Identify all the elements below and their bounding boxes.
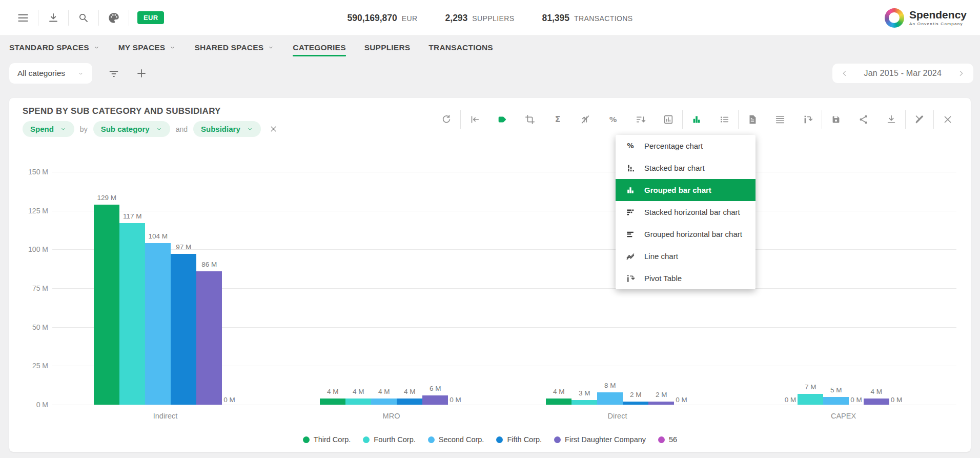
menu-item-label: Grouped horizontal bar chart [644, 230, 742, 238]
no-sort-button[interactable] [571, 109, 599, 130]
bar[interactable]: 6 M [422, 395, 448, 405]
chevron-down-icon [268, 44, 274, 51]
menu-item-percentage-chart[interactable]: %Percentage chart [616, 135, 756, 157]
chevron-down-icon [77, 70, 84, 77]
rows-button[interactable] [766, 109, 794, 130]
bar-chart-button[interactable] [683, 109, 710, 130]
dimension2-pill[interactable]: Subsidiary [193, 121, 261, 137]
bar[interactable]: 4 M [345, 399, 371, 405]
bar[interactable]: 4 M [546, 399, 571, 405]
note-button[interactable] [739, 109, 766, 130]
crop-button[interactable] [516, 109, 544, 130]
bar[interactable]: 8 M [597, 392, 623, 405]
menu-item-line-chart[interactable]: Line chart [616, 245, 756, 267]
legend-item[interactable]: Fifth Corp. [496, 435, 542, 444]
tab-standard-spaces[interactable]: STANDARD SPACES [9, 36, 100, 59]
and-label: and [176, 125, 188, 133]
bar[interactable]: 0 M [849, 395, 864, 405]
menu-button[interactable] [8, 7, 38, 29]
chart-box-button[interactable] [655, 109, 682, 130]
bar[interactable]: 5 M [823, 397, 849, 405]
menu-item-grouped-horizontal-bar-chart[interactable]: Grouped horizontal bar chart [616, 223, 756, 245]
svg-text:%: % [609, 115, 617, 124]
logo-ring-icon [885, 8, 904, 28]
legend-item[interactable]: Second Corp. [428, 435, 484, 444]
by-label: by [80, 125, 88, 133]
save-button[interactable] [822, 109, 850, 130]
chevron-down-icon [93, 44, 100, 51]
date-range-picker[interactable]: Jan 2015 - Mar 2024 [832, 64, 973, 83]
bar[interactable]: 4 M [371, 399, 397, 405]
remove-dimension-button[interactable] [269, 125, 278, 133]
x-axis-category-label: CAPEX [730, 412, 956, 420]
menu-item-stacked-bar-chart[interactable]: Stacked bar chart [616, 157, 756, 179]
tab-my-spaces[interactable]: MY SPACES [118, 36, 176, 59]
legend-item[interactable]: 56 [658, 435, 677, 444]
close-icon [942, 114, 953, 125]
add-filter-button[interactable] [135, 67, 148, 79]
legend-dot-icon [363, 436, 370, 443]
pivot-button[interactable] [794, 109, 822, 130]
chevron-down-icon [156, 126, 162, 132]
category-select[interactable]: All categories [9, 63, 92, 84]
bar[interactable]: 0 M [674, 395, 689, 405]
sigma-icon: Σ [552, 114, 563, 125]
menu-item-stacked-horizontal-bar-chart[interactable]: Stacked horizontal bar chart [616, 201, 756, 223]
tab-transactions[interactable]: TRANSACTIONS [428, 36, 493, 59]
dimension1-pill[interactable]: Sub category [93, 121, 170, 137]
bar[interactable]: 4 M [397, 399, 422, 405]
download-button[interactable] [877, 109, 905, 130]
sort-button[interactable] [627, 109, 655, 130]
bar[interactable]: 97 M [171, 254, 196, 405]
sigma-button[interactable]: Σ [544, 109, 571, 130]
y-axis-tick: 125 M [22, 207, 48, 215]
list-button[interactable] [710, 109, 738, 130]
bar[interactable]: 3 M [571, 400, 597, 405]
bar[interactable]: 0 M [783, 395, 798, 405]
close-button[interactable] [934, 109, 962, 130]
bar-value-label: 0 M [223, 396, 235, 404]
chevron-left-icon[interactable] [841, 69, 849, 77]
measure-pill-label: Spend [30, 125, 54, 133]
bar[interactable]: 117 M [119, 223, 145, 405]
menu-item-pivot-table[interactable]: Pivot Table [616, 267, 756, 289]
search-button[interactable] [69, 7, 98, 29]
tab-shared-spaces[interactable]: SHARED SPACES [194, 36, 274, 59]
refresh-button[interactable] [433, 109, 460, 130]
bar[interactable]: 86 M [196, 271, 222, 405]
measure-pill[interactable]: Spend [23, 121, 74, 137]
tab-categories[interactable]: CATEGORIES [293, 36, 345, 59]
theme-button[interactable] [99, 7, 129, 29]
date-range-value: Jan 2015 - Mar 2024 [864, 69, 942, 78]
menu-item-grouped-bar-chart[interactable]: Grouped bar chart [616, 179, 756, 201]
bar[interactable]: 4 M [864, 399, 889, 405]
bar[interactable]: 0 M [448, 395, 463, 405]
percent-icon: % [625, 141, 636, 151]
share-button[interactable] [850, 109, 877, 130]
y-axis-tick: 150 M [22, 168, 48, 176]
chevron-right-icon[interactable] [957, 69, 965, 77]
bar[interactable]: 0 M [222, 395, 237, 405]
currency-badge[interactable]: EUR [137, 11, 164, 24]
dimension1-pill-label: Sub category [101, 125, 150, 133]
filter-button[interactable] [108, 67, 120, 79]
export-button[interactable] [38, 7, 68, 29]
legend-item[interactable]: Fourth Corp. [363, 435, 415, 444]
bar[interactable]: 2 M [648, 402, 674, 405]
tab-suppliers[interactable]: SUPPLIERS [364, 36, 411, 59]
tools-button[interactable] [906, 109, 933, 130]
bar[interactable]: 2 M [623, 402, 648, 405]
legend-item[interactable]: First Daughter Company [554, 435, 646, 444]
bar[interactable]: 4 M [320, 399, 345, 405]
bar[interactable]: 129 M [94, 205, 119, 405]
tag-button[interactable] [488, 109, 516, 130]
legend-item[interactable]: Third Corp. [303, 435, 351, 444]
bar[interactable]: 7 M [798, 394, 823, 405]
bar-value-label: 4 M [404, 388, 416, 395]
bar[interactable]: 104 M [145, 243, 171, 405]
collapse-button[interactable] [461, 109, 488, 130]
percent-button[interactable]: % [599, 109, 627, 130]
search-icon [77, 12, 90, 24]
bar-value-label: 8 M [604, 382, 616, 389]
bar[interactable]: 0 M [889, 395, 904, 405]
